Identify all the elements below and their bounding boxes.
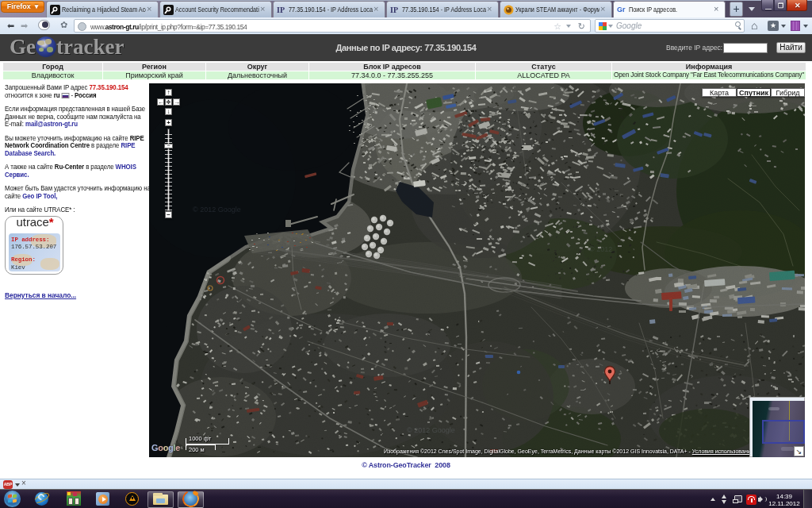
svg-text:© 2012 Google: © 2012 Google bbox=[193, 206, 241, 214]
svg-text:© 2012: © 2012 bbox=[589, 245, 612, 253]
svg-text:© 2012 Google: © 2012 Google bbox=[407, 426, 455, 434]
